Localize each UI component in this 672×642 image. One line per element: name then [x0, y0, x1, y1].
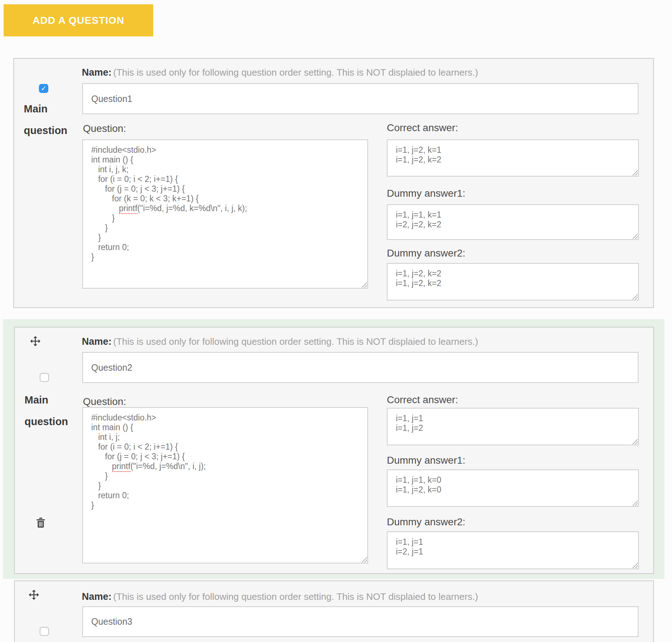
add-question-button[interactable]: ADD A QUESTION [4, 4, 153, 36]
dummy-answer1-label-2: Dummy answer1: [387, 454, 465, 467]
question-code-textarea-1[interactable]: #include<stdio.h> int main () { int i, j… [82, 139, 368, 289]
name-note-2: (This is used only for following questio… [113, 336, 478, 347]
name-row-3: Name: (This is used only for following q… [82, 591, 478, 602]
correct-answer-textarea-1[interactable]: i=1, j=2, k=1 i=1, j=2, k=2 [387, 139, 639, 177]
trash-icon [35, 516, 47, 529]
move-icon [30, 335, 41, 347]
correct-answer-label-2: Correct answer: [387, 394, 458, 406]
delete-question-button-2[interactable] [35, 516, 47, 529]
drag-move-icon-2[interactable] [30, 335, 41, 347]
dummy-answer1-textarea-1[interactable]: i=1, j=1, k=1 i=2, j=2, k=2 [387, 204, 639, 240]
name-label-1: Name: [82, 67, 112, 78]
dummy-answer2-textarea-2[interactable]: i=1, j=1 i=2, j=1 [387, 531, 639, 569]
move-icon [28, 589, 40, 601]
question-label-1: Question: [83, 122, 126, 135]
dummy-answer1-textarea-2[interactable]: i=1, j=1, k=0 i=1, j=2, k=0 [387, 469, 639, 507]
correct-answer-label-1: Correct answer: [387, 122, 458, 134]
question-name-input-1[interactable]: Question1 [82, 83, 638, 114]
dummy-answer2-label-2: Dummy answer2: [387, 516, 465, 528]
question-code-textarea-2[interactable]: #include<stdio.h> int main () { int i, j… [82, 407, 368, 563]
main-question-checkbox-2[interactable] [40, 373, 49, 382]
dummy-answer1-label-1: Dummy answer1: [387, 187, 465, 200]
name-note-1: (This is used only for following questio… [113, 67, 478, 78]
drag-move-icon-3[interactable] [28, 589, 40, 601]
name-row-1: Name: (This is used only for following q… [82, 67, 478, 78]
name-label-2: Name: [82, 336, 112, 347]
question-label-2: Question: [83, 396, 126, 408]
main-question-label-1: Main question [24, 98, 89, 141]
name-note-3: (This is used only for following questio… [113, 591, 478, 602]
dummy-answer2-label-1: Dummy answer2: [387, 247, 465, 259]
correct-answer-textarea-2[interactable]: i=1, j=1 i=1, j=2 [387, 408, 639, 445]
question-name-input-3[interactable]: Question3 [82, 606, 638, 637]
question-name-input-2[interactable]: Question2 [82, 352, 638, 383]
dummy-answer2-textarea-1[interactable]: i=1, j=2, k=2 i=1, j=2, k=2 [387, 263, 639, 300]
main-question-label-2: Main question [25, 389, 89, 432]
main-question-checkbox-1[interactable] [39, 84, 48, 93]
name-row-2: Name: (This is used only for following q… [82, 336, 478, 347]
name-label-3: Name: [82, 591, 112, 602]
main-question-checkbox-3[interactable] [40, 627, 49, 636]
